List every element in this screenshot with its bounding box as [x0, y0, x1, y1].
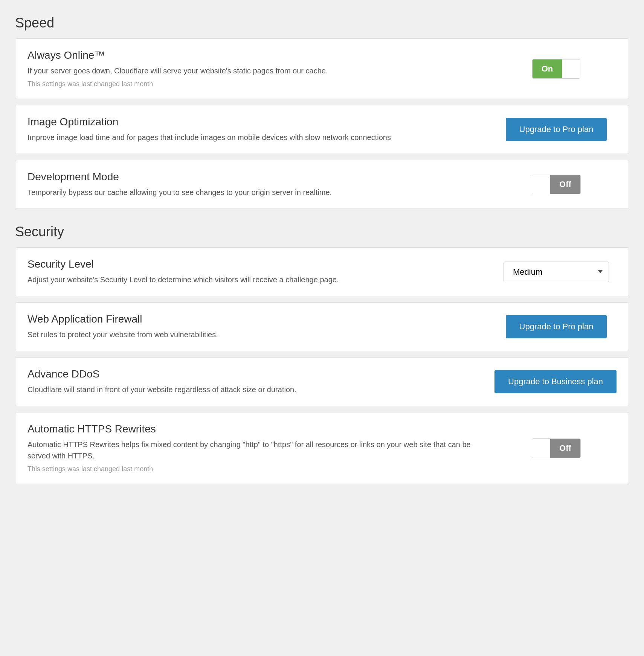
- image-optimization-control: Upgrade to Pro plan: [496, 118, 617, 141]
- https-rewrites-info: Automatic HTTPS Rewrites Automatic HTTPS…: [27, 423, 496, 473]
- https-rewrites-toggle[interactable]: Off: [532, 438, 581, 458]
- security-level-row: Security Level Adjust your website's Sec…: [15, 247, 629, 296]
- waf-desc: Set rules to protect your website from w…: [27, 329, 481, 340]
- waf-info: Web Application Firewall Set rules to pr…: [27, 313, 496, 340]
- always-online-toggle-on[interactable]: On: [533, 59, 562, 78]
- development-mode-row: Development Mode Temporarily bypass our …: [15, 160, 629, 209]
- security-level-desc: Adjust your website's Security Level to …: [27, 274, 481, 285]
- security-level-info: Security Level Adjust your website's Sec…: [27, 258, 496, 285]
- development-mode-control: Off: [496, 175, 617, 194]
- always-online-row: Always Online™ If your server goes down,…: [15, 38, 629, 99]
- https-rewrites-control: Off: [496, 438, 617, 458]
- always-online-meta: This settings was last changed last mont…: [27, 80, 481, 88]
- always-online-toggle-off-inactive: [562, 59, 580, 78]
- https-rewrites-desc: Automatic HTTPS Rewrites helps fix mixed…: [27, 439, 481, 461]
- always-online-title: Always Online™: [27, 49, 481, 61]
- always-online-info: Always Online™ If your server goes down,…: [27, 49, 496, 88]
- always-online-control: On: [496, 59, 617, 79]
- development-mode-title: Development Mode: [27, 171, 481, 183]
- https-rewrites-meta: This settings was last changed last mont…: [27, 465, 481, 473]
- waf-upgrade-btn[interactable]: Upgrade to Pro plan: [506, 315, 607, 338]
- ddos-title: Advance DDoS: [27, 368, 479, 380]
- image-optimization-row: Image Optimization Improve image load ti…: [15, 105, 629, 154]
- security-section-title: Security: [15, 224, 629, 240]
- always-online-desc: If your server goes down, Cloudflare wil…: [27, 65, 481, 76]
- image-optimization-desc: Improve image load time and for pages th…: [27, 132, 481, 143]
- development-mode-toggle-off[interactable]: Off: [550, 175, 580, 194]
- speed-section-title: Speed: [15, 15, 629, 31]
- development-mode-toggle[interactable]: Off: [532, 175, 581, 194]
- security-level-dropdown[interactable]: Essentially Off Low Medium High I'm Unde…: [504, 262, 609, 282]
- https-rewrites-title: Automatic HTTPS Rewrites: [27, 423, 481, 435]
- https-rewrites-toggle-off[interactable]: Off: [550, 439, 580, 458]
- development-mode-toggle-on-inactive: [532, 175, 550, 194]
- security-level-control: Essentially Off Low Medium High I'm Unde…: [496, 262, 617, 282]
- ddos-upgrade-btn[interactable]: Upgrade to Business plan: [494, 370, 617, 393]
- waf-control: Upgrade to Pro plan: [496, 315, 617, 338]
- image-optimization-upgrade-btn[interactable]: Upgrade to Pro plan: [506, 118, 607, 141]
- waf-title: Web Application Firewall: [27, 313, 481, 325]
- security-level-title: Security Level: [27, 258, 481, 270]
- image-optimization-info: Image Optimization Improve image load ti…: [27, 116, 496, 143]
- always-online-toggle[interactable]: On: [532, 59, 581, 79]
- image-optimization-title: Image Optimization: [27, 116, 481, 128]
- ddos-info: Advance DDoS Cloudflare will stand in fr…: [27, 368, 494, 395]
- https-rewrites-row: Automatic HTTPS Rewrites Automatic HTTPS…: [15, 412, 629, 484]
- ddos-control: Upgrade to Business plan: [494, 370, 617, 393]
- waf-row: Web Application Firewall Set rules to pr…: [15, 302, 629, 351]
- development-mode-info: Development Mode Temporarily bypass our …: [27, 171, 496, 198]
- development-mode-desc: Temporarily bypass our cache allowing yo…: [27, 187, 481, 198]
- ddos-row: Advance DDoS Cloudflare will stand in fr…: [15, 357, 629, 406]
- ddos-desc: Cloudflare will stand in front of your w…: [27, 384, 479, 395]
- https-rewrites-toggle-on-inactive: [532, 439, 550, 458]
